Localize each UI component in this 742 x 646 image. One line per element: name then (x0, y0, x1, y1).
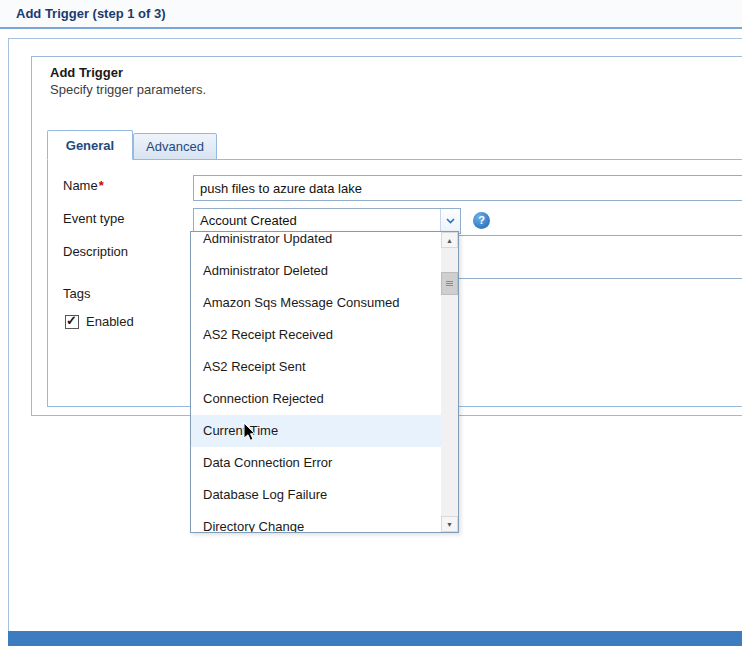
dropdown-list: Administrator UpdatedAdministrator Delet… (191, 232, 441, 532)
dropdown-scrollbar[interactable]: ▲ ▼ (441, 232, 458, 532)
chevron-down-icon (446, 218, 455, 224)
check-icon: ✓ (66, 313, 77, 328)
dropdown-item[interactable]: AS2 Receipt Sent (191, 351, 441, 383)
enabled-checkbox[interactable]: ✓ (65, 315, 79, 329)
dropdown-item[interactable]: Directory Change (191, 511, 441, 532)
scrollbar-track[interactable] (441, 248, 458, 516)
event-type-label: Event type (63, 211, 124, 226)
tab-advanced[interactable]: Advanced (133, 133, 217, 160)
dialog-footer-bar (8, 631, 742, 646)
scrollbar-thumb[interactable] (441, 272, 458, 295)
dropdown-item[interactable]: Amazon Sqs Message Consumed (191, 287, 441, 319)
event-type-dropdown: Administrator UpdatedAdministrator Delet… (190, 231, 459, 533)
tags-label: Tags (63, 286, 90, 301)
name-label: Name* (63, 178, 104, 193)
description-label: Description (63, 244, 128, 259)
required-asterisk: * (99, 178, 104, 193)
dialog-title: Add Trigger (step 1 of 3) (16, 6, 166, 21)
add-trigger-window: Add Trigger (step 1 of 3) Add Trigger Sp… (0, 0, 742, 646)
panel-subheading: Specify trigger parameters. (50, 82, 206, 97)
enabled-label: Enabled (86, 314, 134, 329)
dropdown-item[interactable]: Connection Rejected (191, 383, 441, 415)
scroll-up-button[interactable]: ▲ (441, 232, 458, 248)
dropdown-item[interactable]: Data Connection Error (191, 447, 441, 479)
dropdown-item[interactable]: Administrator Deleted (191, 255, 441, 287)
combobox-dropdown-button[interactable] (440, 209, 460, 233)
scroll-down-button[interactable]: ▼ (441, 516, 458, 532)
scroll-down-icon: ▼ (446, 521, 453, 528)
mouse-cursor (243, 422, 257, 442)
enabled-row: ✓ Enabled (65, 314, 134, 329)
dropdown-item[interactable]: Administrator Updated (191, 232, 441, 255)
dropdown-item[interactable]: Database Log Failure (191, 479, 441, 511)
help-icon[interactable]: ? (473, 212, 490, 229)
dropdown-item[interactable]: Current Time (191, 415, 441, 447)
tab-general[interactable]: General (47, 130, 133, 160)
scroll-up-icon: ▲ (446, 237, 453, 244)
panel-heading: Add Trigger (50, 65, 123, 80)
dialog-titlebar: Add Trigger (step 1 of 3) (0, 0, 742, 29)
event-type-value: Account Created (194, 209, 440, 233)
name-input[interactable] (193, 175, 742, 201)
tab-bar: General Advanced (47, 130, 217, 160)
dropdown-item[interactable]: AS2 Receipt Received (191, 319, 441, 351)
